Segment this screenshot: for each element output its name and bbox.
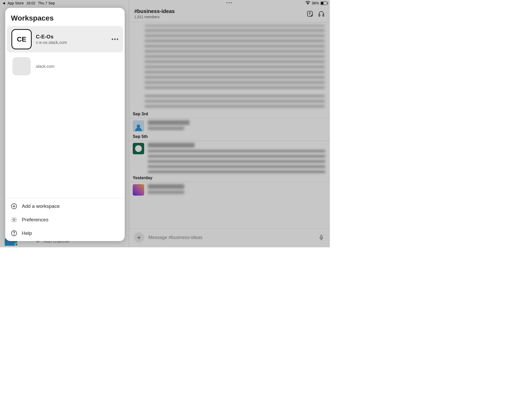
- help-button[interactable]: Help: [5, 227, 125, 240]
- help-circle-icon: [11, 230, 17, 236]
- workspace-url: .slack.com: [35, 64, 119, 69]
- compose-input[interactable]: Message #business-ideas: [148, 235, 202, 240]
- status-date: Thu 7 Sep: [38, 1, 55, 5]
- battery-icon: [321, 2, 327, 5]
- canvas-icon[interactable]: [307, 10, 313, 17]
- message-row[interactable]: [129, 182, 330, 197]
- battery-pct: 36%: [312, 1, 319, 5]
- workspace-icon: CE: [11, 29, 32, 49]
- wifi-icon: [305, 1, 310, 5]
- channel-header: #business-ideas 1,911 members: [129, 7, 330, 22]
- workspace-item[interactable]: CE C-E-Os c-e-os.slack.com •••: [7, 26, 123, 52]
- date-divider: Sep 5th: [129, 133, 330, 141]
- svg-point-6: [13, 219, 15, 221]
- blurred-name: [148, 143, 195, 148]
- plus-circle-icon: [11, 203, 17, 209]
- preferences-button[interactable]: Preferences: [5, 213, 125, 227]
- message-row[interactable]: [129, 118, 330, 133]
- workspace-name: C-E-Os: [36, 34, 107, 40]
- add-workspace-label: Add a workspace: [22, 203, 60, 209]
- channel-title[interactable]: #business-ideas: [134, 8, 175, 14]
- blurred-text: [148, 190, 184, 194]
- workspaces-sheet: Workspaces CE C-E-Os c-e-os.slack.com ••…: [5, 8, 125, 241]
- date-divider: Sep 3rd: [129, 110, 330, 118]
- back-chevron-icon[interactable]: ◀: [3, 1, 5, 5]
- status-time: 16:02: [26, 1, 35, 5]
- svg-rect-4: [321, 235, 322, 238]
- svg-rect-1: [319, 14, 320, 16]
- avatar[interactable]: [133, 184, 144, 196]
- back-app-label[interactable]: App Store: [8, 1, 24, 5]
- date-divider: Yesterday: [129, 174, 330, 182]
- workspace-more-icon[interactable]: •••: [111, 36, 119, 43]
- blurred-message: [145, 92, 325, 108]
- status-bar: ◀ App Store 16:02 Thu 7 Sep 36%: [0, 0, 330, 6]
- gear-icon: [11, 217, 17, 223]
- workspace-item[interactable]: .slack.com: [7, 54, 123, 78]
- svg-rect-2: [323, 14, 324, 16]
- workspace-icon: [12, 57, 31, 75]
- svg-point-8: [14, 234, 14, 235]
- blurred-text: [148, 127, 184, 130]
- message-row[interactable]: [129, 141, 330, 174]
- add-workspace-button[interactable]: Add a workspace: [5, 200, 125, 213]
- blurred-text: [148, 149, 325, 173]
- blurred-name: [148, 184, 184, 189]
- blurred-message: [145, 25, 325, 89]
- message-list[interactable]: Sep 3rd Sep 5th Yesterday: [129, 22, 330, 228]
- preferences-label: Preferences: [22, 217, 48, 223]
- blurred-name: [148, 120, 189, 125]
- help-label: Help: [22, 230, 32, 236]
- headphones-icon[interactable]: [318, 10, 325, 17]
- avatar[interactable]: [133, 143, 144, 154]
- microphone-icon[interactable]: [318, 235, 324, 240]
- workspace-url: c-e-os.slack.com: [36, 40, 107, 45]
- avatar[interactable]: [133, 120, 144, 132]
- svg-point-3: [137, 124, 140, 128]
- compose-plus-button[interactable]: +: [134, 232, 144, 243]
- composer: + Message #business-ideas: [129, 228, 330, 247]
- channel-members[interactable]: 1,911 members: [134, 15, 175, 19]
- sheet-title: Workspaces: [5, 8, 125, 26]
